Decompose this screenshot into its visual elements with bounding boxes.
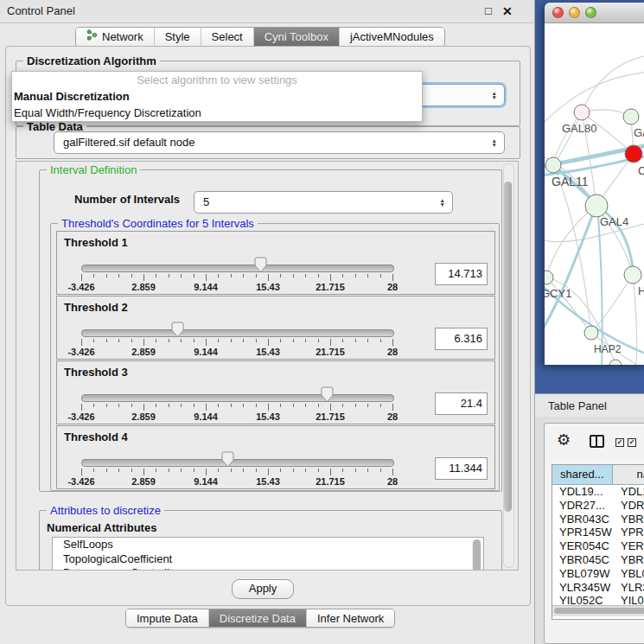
tick-mark [218,274,219,277]
slider-thumb-icon[interactable] [321,386,334,403]
network-node[interactable] [624,266,641,284]
network-canvas[interactable]: GAL80GACGAL11GAL4GCY1HHAP2 [545,23,644,365]
checkbox-icon[interactable]: ✓ [628,438,636,447]
list-item-topologicalcoefficient[interactable]: TopologicalCoefficient [53,552,483,567]
network-view-window[interactable]: GAL80GACGAL11GAL4GCY1HHAP2 [545,3,644,365]
table-row[interactable]: YBL079WYBL0 [552,567,644,581]
scrollbar-thumb[interactable] [554,608,644,614]
tick-mark [367,404,368,407]
tab-infer-network[interactable]: Infer Network [307,609,394,627]
network-node[interactable] [584,326,598,340]
table-row[interactable]: YER054CYER0 [552,539,644,553]
close-icon[interactable]: ✕ [502,4,513,18]
table-cell: YPR145W [552,526,615,539]
table-header-na[interactable]: na [613,465,644,484]
threshold-value-field[interactable]: 14.713 [435,263,488,285]
tab-discretize-data[interactable]: Discretize Data [209,609,307,627]
number-of-intervals-spinner[interactable]: 5 ▲▼ [194,191,453,214]
mac-minimize-icon[interactable] [569,7,580,18]
table-cell: YLR345W [552,581,615,595]
list-item-selfloops[interactable]: SelfLoops [53,538,483,552]
checkbox-icon[interactable]: ✓ [615,438,624,447]
tick-mark [330,469,331,475]
tick-mark [218,339,219,342]
tick-mark [106,404,107,407]
list-scrollbar[interactable] [472,539,481,571]
table-header-shared[interactable]: shared... [552,465,613,484]
tick-mark [81,404,82,411]
threshold-value-field[interactable]: 21.4 [435,392,488,415]
apply-button[interactable]: Apply [232,579,294,599]
algorithm-option-manual-discretization[interactable]: Manual Discretization [12,88,422,105]
slider-thumb-icon[interactable] [254,257,267,273]
split-column-icon[interactable] [590,435,604,448]
mac-zoom-icon[interactable] [585,7,596,18]
table-row[interactable]: YDR27...YDR2 [552,499,644,513]
threshold-panel-3: Threshold 3-3.4262.8599.14415.4321.71528… [56,360,495,424]
numerical-attributes-list[interactable]: SelfLoopsTopologicalCoefficientBetweenne… [52,537,484,571]
tab-cyni-toolbox[interactable]: Cyni Toolbox [254,28,340,47]
tick-label: 9.144 [194,347,218,357]
list-item-betweennesscentrality[interactable]: BetweennessCentrality [53,566,483,571]
table-row[interactable]: YBR045CYBR0 [552,553,644,567]
tick-mark [231,274,232,277]
mac-close-icon[interactable] [552,7,564,18]
tick-label: -3.426 [67,282,94,292]
algorithm-option-equal-width-frequency-discretization[interactable]: Equal Width/Frequency Discretization [12,105,422,121]
slider-track[interactable] [81,329,394,337]
settings-scrollbar[interactable] [503,163,514,568]
slider-tick-labels: -3.4262.8599.14415.4321.71528 [81,282,392,292]
table-horizontal-scrollbar[interactable] [552,605,644,616]
table-row[interactable]: YLR345WYLR3 [552,581,644,595]
attributes-group: Attributes to discretize Numerical Attri… [39,510,502,571]
scrollbar-thumb[interactable] [473,539,481,571]
threshold-value-field[interactable]: 6.316 [435,328,488,350]
tab-select[interactable]: Select [201,28,254,47]
slider-track[interactable] [81,459,394,467]
table-row[interactable]: YDL19...YDL1 [552,485,644,499]
slider-thumb-icon[interactable] [221,451,234,468]
group-title: Discretization Algorithm [23,54,160,67]
tick-mark [243,274,244,277]
gear-icon[interactable]: ⚙ [557,430,571,450]
slider-thumb-icon[interactable] [171,322,184,338]
network-node[interactable] [625,145,642,163]
slider-track[interactable] [81,265,394,272]
network-node-label: C [638,164,644,177]
tick-mark [181,469,182,472]
table-row[interactable]: YBR043CYBR0 [552,513,644,526]
tick-label: 2.859 [131,282,156,292]
scrollbar-thumb[interactable] [504,182,512,512]
network-node-label: GCY1 [545,287,571,300]
network-node[interactable] [609,360,622,365]
slider-ticks [81,469,392,476]
table-row[interactable]: YPR145WYPR1 [552,526,644,539]
tab-network[interactable]: Network [76,28,155,47]
network-node[interactable] [623,109,639,124]
tick-mark [143,404,144,411]
table-panel-title: Table Panel [548,399,607,412]
slider-track[interactable] [81,394,394,402]
tab-style[interactable]: Style [155,28,201,47]
threshold-value-field[interactable]: 11.344 [435,457,488,480]
tick-mark [206,339,207,346]
numerical-attributes-label: Numerical Attributes [47,521,156,534]
network-node[interactable] [574,105,590,120]
node-attribute-table[interactable]: shared...na YDL19...YDL1YDR27...YDR2YBR0… [552,464,644,620]
network-node[interactable] [545,271,553,284]
float-window-icon[interactable]: □ [485,4,492,17]
network-window-titlebar[interactable] [545,3,644,23]
network-node[interactable] [585,194,608,217]
tick-mark [81,274,82,281]
tick-mark [106,339,107,342]
tick-label: 15.43 [256,411,280,422]
tick-mark [355,469,356,472]
tick-mark [256,469,257,472]
tick-mark [305,274,306,277]
tick-mark [218,469,219,472]
tab-impute-data[interactable]: Impute Data [126,609,209,627]
table-data-select[interactable]: galFiltered.sif default node ▲▼ [54,131,505,154]
network-node[interactable] [545,157,561,173]
table-cell: YPR1 [615,526,644,539]
tab-jactivemnodules[interactable]: jActiveMNodules [340,28,444,47]
